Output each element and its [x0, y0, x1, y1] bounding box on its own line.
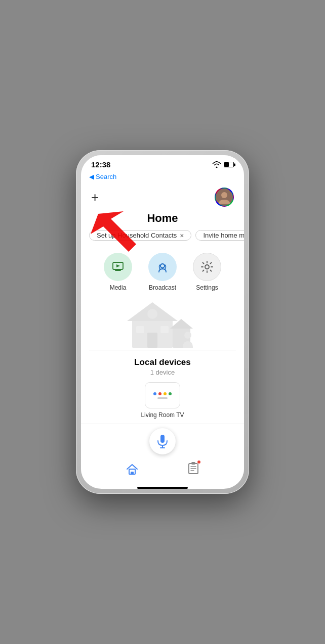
- nav-bar: ◀ Search: [81, 171, 244, 183]
- settings-label: Settings: [196, 284, 218, 291]
- home-nav-icon: [126, 463, 139, 475]
- actions-row: Media Broadcast: [81, 248, 244, 299]
- local-devices-count: 1 device: [89, 369, 236, 376]
- back-button[interactable]: ◀ Search: [89, 173, 116, 180]
- house-svg: [122, 300, 203, 348]
- device-stand: [157, 397, 168, 399]
- svg-point-8: [205, 265, 209, 269]
- svg-rect-11: [147, 333, 157, 348]
- action-media[interactable]: Media: [104, 253, 132, 291]
- svg-rect-22: [131, 472, 134, 474]
- app-header: +: [81, 183, 244, 210]
- media-icon: [111, 260, 125, 273]
- svg-point-7: [160, 264, 165, 268]
- media-icon-circle: [104, 253, 132, 281]
- dot-yellow: [164, 392, 167, 395]
- device-icon-box: [145, 382, 180, 408]
- add-button[interactable]: +: [91, 191, 99, 204]
- dot-green: [169, 392, 172, 395]
- broadcast-icon-circle: [148, 253, 177, 281]
- media-label: Media: [110, 284, 127, 291]
- chip-household[interactable]: Set up Household Contacts ×: [89, 230, 191, 241]
- wifi-icon: [212, 161, 221, 168]
- device-name: Living Room TV: [141, 411, 184, 419]
- svg-marker-4: [116, 264, 120, 267]
- back-chevron: ◀: [89, 173, 94, 180]
- bottom-nav: [81, 457, 244, 484]
- local-devices-section: Local devices 1 device Living Room TV: [81, 350, 244, 424]
- dot-red: [158, 392, 161, 395]
- settings-icon-circle: [193, 253, 221, 281]
- phone-screen: 12:38 ◀ Search +: [81, 155, 244, 489]
- mic-button[interactable]: [149, 428, 176, 454]
- device-card-living-room-tv[interactable]: Living Room TV: [89, 382, 236, 419]
- svg-point-14: [147, 309, 157, 319]
- battery-icon: [224, 162, 234, 167]
- status-bar: 12:38: [81, 155, 244, 171]
- broadcast-label: Broadcast: [149, 284, 176, 291]
- bottom-area: [81, 424, 244, 489]
- settings-icon: [200, 260, 214, 274]
- notification-badge: [197, 460, 201, 464]
- battery-fill: [224, 162, 229, 167]
- chip-household-label: Set up Household Contacts: [97, 232, 177, 239]
- broadcast-icon: [155, 260, 170, 274]
- chip-invite[interactable]: Invite home member: [195, 230, 244, 241]
- time-display: 12:38: [91, 160, 110, 169]
- device-dots: [153, 392, 172, 395]
- phone-frame: 12:38 ◀ Search +: [76, 150, 249, 494]
- mic-icon: [157, 434, 168, 448]
- svg-rect-27: [191, 462, 195, 465]
- avatar[interactable]: [215, 188, 234, 207]
- svg-rect-13: [160, 326, 169, 333]
- avatar-image: [216, 189, 233, 206]
- avatar-silhouette: [217, 190, 232, 205]
- chip-invite-label: Invite home member: [203, 232, 244, 239]
- chip-household-close[interactable]: ×: [180, 232, 184, 240]
- svg-point-17: [184, 332, 191, 339]
- local-devices-title: Local devices: [89, 357, 236, 367]
- page-title: Home: [81, 210, 244, 230]
- action-settings[interactable]: Settings: [193, 253, 221, 291]
- back-label: Search: [96, 173, 116, 180]
- nav-activity[interactable]: [187, 462, 199, 477]
- svg-rect-18: [160, 435, 165, 443]
- mic-button-container: [81, 424, 244, 457]
- chips-row: Set up Household Contacts × Invite home …: [81, 230, 244, 248]
- svg-point-2: [221, 192, 227, 198]
- home-indicator: [137, 487, 188, 489]
- svg-rect-12: [136, 326, 144, 333]
- nav-home[interactable]: [126, 463, 139, 475]
- action-broadcast[interactable]: Broadcast: [148, 253, 177, 291]
- status-icons: [212, 161, 234, 168]
- dot-blue: [153, 392, 156, 395]
- house-illustration: [81, 299, 244, 350]
